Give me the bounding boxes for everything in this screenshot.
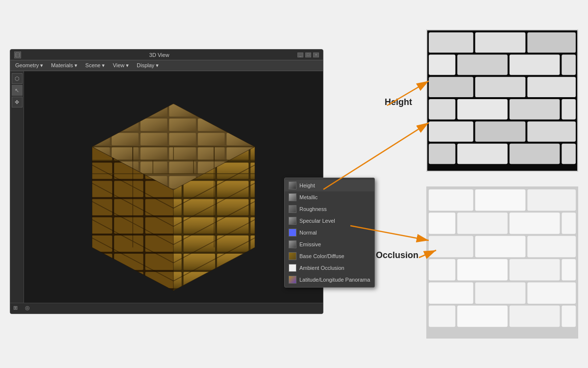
dropdown-item-height[interactable]: Height xyxy=(285,180,374,191)
svg-rect-35 xyxy=(475,32,526,53)
svg-rect-67 xyxy=(457,259,508,280)
svg-rect-39 xyxy=(510,54,560,75)
svg-rect-57 xyxy=(475,189,526,210)
svg-rect-59 xyxy=(429,212,455,234)
svg-rect-51 xyxy=(429,144,455,164)
specular-label: Specular Level xyxy=(299,218,335,224)
specular-icon xyxy=(289,217,296,225)
window-controls: _ □ × xyxy=(297,53,319,57)
close-button[interactable]: × xyxy=(313,53,319,57)
roughness-label: Roughness xyxy=(299,206,327,212)
bottom-icon-1: ⊞ xyxy=(13,305,21,313)
sidebar-tools: ⬡ ↖ ✥ xyxy=(10,71,24,314)
transform-tool[interactable]: ⬡ xyxy=(12,73,23,84)
height-texture-panel xyxy=(426,29,578,172)
svg-rect-61 xyxy=(510,212,560,234)
dropdown-item-roughness[interactable]: Roughness xyxy=(285,203,374,215)
metallic-icon xyxy=(289,193,296,201)
menu-scene[interactable]: Scene ▾ xyxy=(83,61,107,70)
svg-rect-47 xyxy=(562,99,576,119)
svg-rect-68 xyxy=(510,259,560,280)
svg-rect-76 xyxy=(562,306,576,327)
viewport-window: 3D View _ □ × Geometry ▾ Materials ▾ Sce… xyxy=(10,49,323,314)
svg-rect-44 xyxy=(429,99,455,119)
viewport-content: ⬡ ↖ ✥ xyxy=(10,71,323,314)
window-title: 3D View xyxy=(21,52,297,58)
dropdown-item-latlong[interactable]: Latitude/Longitude Panorama xyxy=(285,274,374,286)
pan-tool[interactable]: ✥ xyxy=(12,97,23,107)
svg-rect-38 xyxy=(457,54,508,75)
dropdown-item-specular[interactable]: Specular Level xyxy=(285,215,374,227)
svg-rect-65 xyxy=(527,236,576,257)
svg-rect-56 xyxy=(429,189,473,210)
menu-bar: Geometry ▾ Materials ▾ Scene ▾ View ▾ Di… xyxy=(10,60,323,71)
dropdown-item-metallic[interactable]: Metallic xyxy=(285,191,374,203)
height-icon xyxy=(289,182,296,189)
dropdown-item-ao[interactable]: Ambient Occlusion xyxy=(285,262,374,274)
svg-rect-42 xyxy=(475,77,526,97)
menu-geometry[interactable]: Geometry ▾ xyxy=(13,61,45,70)
roughness-icon xyxy=(289,205,296,213)
svg-rect-69 xyxy=(562,259,576,280)
svg-rect-64 xyxy=(475,236,526,257)
bottom-icon-2: ◎ xyxy=(25,305,33,313)
emissive-icon xyxy=(289,240,296,248)
window-titlebar: 3D View _ □ × xyxy=(10,50,323,60)
svg-rect-36 xyxy=(527,32,576,53)
base-icon xyxy=(289,252,296,260)
svg-rect-37 xyxy=(429,54,455,75)
menu-materials[interactable]: Materials ▾ xyxy=(49,61,79,70)
emissive-label: Emissive xyxy=(299,241,321,247)
base-label: Base Color/Diffuse xyxy=(299,253,344,259)
dropdown-item-normal[interactable]: Normal xyxy=(285,227,374,238)
svg-rect-41 xyxy=(429,77,473,97)
svg-rect-63 xyxy=(429,236,473,257)
channel-dropdown[interactable]: Height Metallic Roughness Specular Level… xyxy=(284,178,375,288)
svg-rect-45 xyxy=(457,99,508,119)
svg-rect-34 xyxy=(429,32,473,53)
svg-rect-74 xyxy=(457,306,508,327)
svg-rect-40 xyxy=(562,54,576,75)
window-icon xyxy=(14,52,21,58)
svg-rect-48 xyxy=(429,121,473,141)
maximize-button[interactable]: □ xyxy=(305,53,311,57)
3d-cube xyxy=(80,89,267,295)
bottom-bar: ⊞ ◎ xyxy=(10,303,323,314)
svg-rect-49 xyxy=(475,121,526,141)
svg-rect-71 xyxy=(475,282,526,303)
minimize-button[interactable]: _ xyxy=(297,53,303,57)
svg-rect-62 xyxy=(562,212,576,234)
svg-rect-73 xyxy=(429,306,455,327)
svg-rect-46 xyxy=(510,99,560,119)
height-label: Height xyxy=(299,183,315,188)
ao-label: Ambient Occlusion xyxy=(299,265,344,271)
svg-rect-54 xyxy=(562,144,576,164)
normal-label: Normal xyxy=(299,230,317,236)
select-tool[interactable]: ↖ xyxy=(12,85,23,96)
latlong-icon xyxy=(289,276,296,284)
svg-rect-75 xyxy=(510,306,560,327)
menu-view[interactable]: View ▾ xyxy=(111,61,131,70)
svg-rect-52 xyxy=(457,144,508,164)
svg-rect-43 xyxy=(527,77,576,97)
dropdown-item-base[interactable]: Base Color/Diffuse xyxy=(285,250,374,262)
svg-rect-72 xyxy=(527,282,576,303)
metallic-label: Metallic xyxy=(299,194,318,200)
svg-rect-66 xyxy=(429,259,455,280)
svg-rect-50 xyxy=(527,121,576,141)
height-annotation: Height xyxy=(385,97,412,107)
menu-display[interactable]: Display ▾ xyxy=(135,61,161,70)
ao-icon xyxy=(289,264,296,272)
svg-rect-70 xyxy=(429,282,473,303)
svg-rect-53 xyxy=(510,144,560,164)
ao-texture-panel xyxy=(426,186,578,339)
svg-rect-58 xyxy=(527,189,576,210)
svg-rect-60 xyxy=(457,212,508,234)
latlong-label: Latitude/Longitude Panorama xyxy=(299,277,370,283)
normal-icon xyxy=(289,229,296,237)
dropdown-item-emissive[interactable]: Emissive xyxy=(285,238,374,250)
